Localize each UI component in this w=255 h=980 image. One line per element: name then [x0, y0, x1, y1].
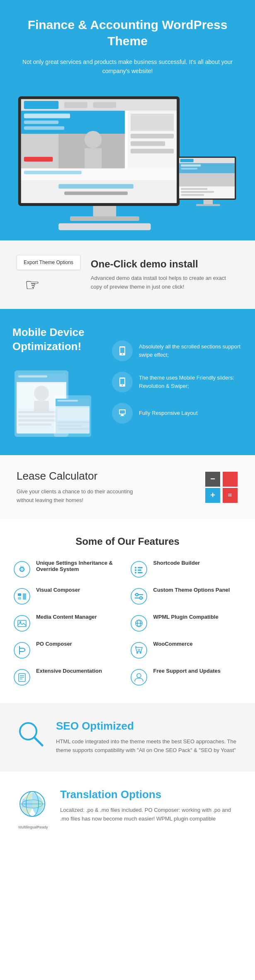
feature-unique-settings-label: Unique Settings Inheritance & Override S…	[36, 560, 126, 572]
svg-rect-5	[93, 102, 117, 108]
feature-wpml-text: WPML Plugin Compatible	[153, 614, 219, 621]
hero-section: Finance & Accounting WordPress Theme Not…	[0, 0, 255, 240]
woocommerce-icon	[130, 641, 148, 659]
svg-rect-35	[181, 168, 197, 169]
feature-unique-settings: Unique Settings Inheritance & Override S…	[12, 560, 126, 578]
features-grid: Unique Settings Inheritance & Override S…	[12, 560, 243, 686]
po-composer-icon	[12, 641, 31, 659]
feature-po-composer-label: PO Composer	[36, 641, 72, 647]
svg-point-78	[14, 615, 30, 631]
svg-point-62	[131, 561, 147, 577]
swipe-icon	[112, 341, 133, 361]
svg-rect-10	[24, 126, 64, 130]
feature-po-composer: PO Composer	[12, 641, 126, 659]
feature-theme-options: Custom Theme Options Panel	[130, 587, 243, 605]
mobile-right: Absolutely all the scrolled sections sup…	[112, 341, 243, 424]
monitor-small-icon	[176, 141, 243, 232]
settings-icon	[12, 560, 31, 578]
lease-desc: Give your clients a chance to do their a…	[17, 488, 141, 505]
translation-section: MultilingualReady Translation Options Lo…	[0, 772, 255, 846]
mobile-title-block: Mobile Device Optimization!	[12, 326, 104, 354]
svg-rect-79	[18, 620, 26, 627]
translation-heading: Translation Options	[60, 788, 238, 801]
responsive-icon	[112, 403, 133, 424]
svg-rect-64	[138, 567, 143, 568]
svg-point-65	[135, 569, 136, 571]
media-manager-icon	[12, 614, 31, 632]
svg-rect-23	[58, 184, 134, 189]
svg-point-77	[140, 597, 142, 599]
multilingual-label: MultilingualReady	[17, 825, 50, 829]
svg-point-85	[14, 642, 30, 658]
feature-shortcode-text: Shortcode Builder	[153, 560, 200, 567]
mobile-heading: Mobile Device Optimization!	[12, 326, 104, 354]
mobile-feature-2-text: The theme uses Mobile Friendly sliders: …	[139, 374, 243, 390]
mobile-feature-2: The theme uses Mobile Friendly sliders: …	[112, 372, 243, 392]
svg-rect-66	[138, 569, 141, 571]
slider-icon	[112, 372, 133, 392]
seo-right: SEO Optimized HTML code integrated into …	[56, 720, 238, 755]
svg-rect-72	[23, 593, 26, 600]
lease-heading: Lease Calculator	[17, 470, 141, 483]
feature-theme-options-label: Custom Theme Options Panel	[153, 587, 230, 593]
mobile-left: Mobile Device Optimization!	[12, 326, 104, 439]
svg-rect-4	[64, 102, 87, 108]
mobile-feature-1-text: Absolutely all the scrolled sections sup…	[139, 343, 243, 359]
feature-theme-options-text: Custom Theme Options Panel	[153, 587, 230, 594]
svg-point-63	[135, 567, 136, 568]
svg-point-98	[137, 674, 141, 678]
svg-point-73	[131, 588, 147, 604]
svg-rect-70	[18, 593, 21, 596]
one-click-section: Export Theme Options ☞ One-Click demo in…	[0, 240, 255, 309]
seo-section: SEO Optimized HTML code integrated into …	[0, 703, 255, 772]
shortcode-icon	[130, 560, 148, 578]
mobile-feature-3-text: Fully Responsive Layout	[139, 409, 198, 417]
mobile-section: Mobile Device Optimization!	[0, 309, 255, 455]
calc-equals: =	[223, 488, 238, 503]
hero-monitors	[12, 86, 243, 240]
svg-rect-38	[181, 191, 214, 193]
feature-documentation: Extensive Documentation	[12, 668, 126, 686]
feature-unique-settings-text: Unique Settings Inheritance & Override S…	[36, 560, 126, 573]
feature-visual-composer: Visual Composer	[12, 587, 126, 605]
translation-globe-icon: MultilingualReady	[17, 788, 50, 829]
svg-point-86	[131, 642, 147, 658]
calc-red-top	[223, 472, 238, 487]
translation-right: Translation Options Localized: .po & .mo…	[60, 788, 238, 823]
svg-rect-55	[56, 399, 90, 406]
svg-rect-25	[93, 206, 117, 218]
feature-shortcode: Shortcode Builder	[130, 560, 243, 578]
documentation-icon	[12, 668, 31, 686]
svg-rect-45	[18, 375, 47, 377]
svg-rect-40	[203, 200, 212, 205]
one-click-left: Export Theme Options ☞	[17, 255, 80, 294]
svg-rect-68	[138, 572, 143, 573]
feature-shortcode-label: Shortcode Builder	[153, 560, 200, 566]
translation-desc: Localized: .po & .mo files included. PO …	[60, 806, 238, 823]
svg-line-100	[34, 737, 42, 745]
svg-rect-8	[24, 113, 70, 118]
svg-rect-3	[24, 101, 58, 109]
svg-rect-52	[18, 424, 51, 426]
hand-pointer-icon: ☞	[25, 275, 80, 294]
export-theme-btn[interactable]: Export Theme Options	[17, 255, 80, 270]
wpml-icon	[130, 614, 148, 632]
svg-rect-58	[57, 421, 90, 423]
feature-woocommerce-label: WooCommerce	[153, 641, 193, 647]
seo-search-icon	[17, 720, 46, 750]
svg-rect-9	[24, 120, 58, 124]
feature-wpml: WPML Plugin Compatible	[130, 614, 243, 632]
svg-point-88	[136, 652, 138, 654]
lease-section: Lease Calculator Give your clients a cha…	[0, 455, 255, 519]
one-click-desc: Advanced demo data install tool helps to…	[91, 274, 238, 292]
svg-rect-19	[131, 134, 174, 138]
svg-point-75	[136, 593, 138, 596]
mobile-devices-icon	[12, 362, 95, 437]
hero-subtitle: Not only great services and products mak…	[12, 57, 243, 76]
feature-woocommerce-text: WooCommerce	[153, 641, 193, 648]
svg-point-47	[34, 386, 49, 401]
feature-support: Free Support and Updates	[130, 668, 243, 686]
features-heading: Some of Our Features	[12, 536, 243, 547]
svg-rect-41	[196, 204, 220, 206]
feature-woocommerce: WooCommerce	[130, 641, 243, 659]
